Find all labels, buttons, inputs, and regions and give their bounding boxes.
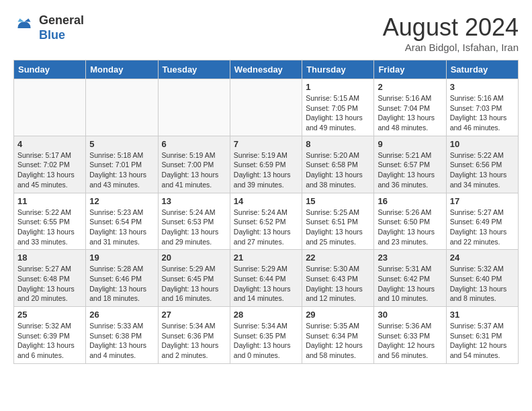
day-info: Sunrise: 5:33 AMSunset: 6:38 PMDaylight:…	[89, 321, 154, 361]
calendar-cell: 12Sunrise: 5:23 AMSunset: 6:54 PMDayligh…	[86, 193, 158, 250]
logo-general-text: General	[39, 13, 84, 28]
week-row-1: 1Sunrise: 5:15 AMSunset: 7:05 PMDaylight…	[14, 79, 519, 136]
day-number: 19	[89, 253, 154, 263]
week-row-4: 18Sunrise: 5:27 AMSunset: 6:48 PMDayligh…	[14, 250, 519, 307]
weekday-header-friday: Friday	[374, 60, 446, 79]
day-info: Sunrise: 5:22 AMSunset: 6:56 PMDaylight:…	[450, 150, 515, 190]
day-info: Sunrise: 5:24 AMSunset: 6:52 PMDaylight:…	[234, 208, 298, 247]
calendar-cell: 22Sunrise: 5:30 AMSunset: 6:43 PMDayligh…	[302, 250, 374, 307]
day-number: 4	[17, 139, 82, 149]
day-number: 9	[378, 139, 442, 149]
day-number: 1	[306, 82, 370, 92]
calendar-cell: 16Sunrise: 5:26 AMSunset: 6:50 PMDayligh…	[374, 193, 446, 250]
day-number: 7	[234, 139, 298, 149]
week-row-5: 25Sunrise: 5:32 AMSunset: 6:39 PMDayligh…	[14, 307, 519, 364]
day-info: Sunrise: 5:16 AMSunset: 7:03 PMDaylight:…	[450, 93, 515, 133]
calendar-cell: 8Sunrise: 5:20 AMSunset: 6:58 PMDaylight…	[302, 136, 374, 193]
day-info: Sunrise: 5:21 AMSunset: 6:57 PMDaylight:…	[378, 150, 442, 190]
calendar-cell: 24Sunrise: 5:32 AMSunset: 6:40 PMDayligh…	[446, 250, 518, 307]
day-info: Sunrise: 5:34 AMSunset: 6:36 PMDaylight:…	[162, 321, 226, 361]
day-number: 5	[89, 139, 154, 149]
calendar-cell: 20Sunrise: 5:29 AMSunset: 6:45 PMDayligh…	[158, 250, 230, 307]
logo-icon	[13, 17, 35, 39]
calendar-cell	[158, 79, 230, 136]
weekday-header-tuesday: Tuesday	[158, 60, 230, 79]
weekday-header-row: SundayMondayTuesdayWednesdayThursdayFrid…	[14, 60, 519, 79]
day-info: Sunrise: 5:25 AMSunset: 6:51 PMDaylight:…	[306, 208, 370, 247]
day-number: 26	[89, 310, 154, 320]
day-number: 24	[450, 253, 515, 263]
day-number: 14	[234, 196, 298, 206]
day-number: 30	[378, 310, 442, 320]
calendar-cell: 30Sunrise: 5:36 AMSunset: 6:33 PMDayligh…	[374, 307, 446, 364]
calendar-cell: 27Sunrise: 5:34 AMSunset: 6:36 PMDayligh…	[158, 307, 230, 364]
day-info: Sunrise: 5:19 AMSunset: 6:59 PMDaylight:…	[234, 150, 298, 190]
calendar-cell: 17Sunrise: 5:27 AMSunset: 6:49 PMDayligh…	[446, 193, 518, 250]
calendar-cell: 1Sunrise: 5:15 AMSunset: 7:05 PMDaylight…	[302, 79, 374, 136]
calendar-cell: 26Sunrise: 5:33 AMSunset: 6:38 PMDayligh…	[86, 307, 158, 364]
day-number: 12	[89, 196, 154, 206]
week-row-3: 11Sunrise: 5:22 AMSunset: 6:55 PMDayligh…	[14, 193, 519, 250]
day-info: Sunrise: 5:30 AMSunset: 6:43 PMDaylight:…	[306, 264, 370, 304]
logo: General Blue	[13, 13, 84, 42]
day-info: Sunrise: 5:27 AMSunset: 6:48 PMDaylight:…	[17, 264, 82, 304]
calendar-cell: 5Sunrise: 5:18 AMSunset: 7:01 PMDaylight…	[86, 136, 158, 193]
day-info: Sunrise: 5:19 AMSunset: 7:00 PMDaylight:…	[162, 150, 226, 190]
month-title: August 2024	[383, 13, 519, 42]
day-info: Sunrise: 5:22 AMSunset: 6:55 PMDaylight:…	[17, 208, 82, 247]
day-number: 23	[378, 253, 442, 263]
calendar-cell	[230, 79, 302, 136]
calendar-table: SundayMondayTuesdayWednesdayThursdayFrid…	[13, 60, 519, 364]
calendar-cell: 18Sunrise: 5:27 AMSunset: 6:48 PMDayligh…	[14, 250, 86, 307]
calendar-cell	[14, 79, 86, 136]
day-info: Sunrise: 5:32 AMSunset: 6:40 PMDaylight:…	[450, 264, 515, 304]
day-number: 21	[234, 253, 298, 263]
calendar-cell: 10Sunrise: 5:22 AMSunset: 6:56 PMDayligh…	[446, 136, 518, 193]
calendar-cell: 9Sunrise: 5:21 AMSunset: 6:57 PMDaylight…	[374, 136, 446, 193]
calendar-cell: 14Sunrise: 5:24 AMSunset: 6:52 PMDayligh…	[230, 193, 302, 250]
day-info: Sunrise: 5:29 AMSunset: 6:45 PMDaylight:…	[162, 264, 226, 304]
day-info: Sunrise: 5:23 AMSunset: 6:54 PMDaylight:…	[89, 208, 154, 247]
day-info: Sunrise: 5:35 AMSunset: 6:34 PMDaylight:…	[306, 321, 370, 361]
day-info: Sunrise: 5:17 AMSunset: 7:02 PMDaylight:…	[17, 150, 82, 190]
day-info: Sunrise: 5:29 AMSunset: 6:44 PMDaylight:…	[234, 264, 298, 304]
day-number: 13	[162, 196, 226, 206]
weekday-header-thursday: Thursday	[302, 60, 374, 79]
day-number: 16	[378, 196, 442, 206]
calendar-cell: 6Sunrise: 5:19 AMSunset: 7:00 PMDaylight…	[158, 136, 230, 193]
day-number: 22	[306, 253, 370, 263]
day-info: Sunrise: 5:27 AMSunset: 6:49 PMDaylight:…	[450, 208, 515, 247]
calendar-cell: 13Sunrise: 5:24 AMSunset: 6:53 PMDayligh…	[158, 193, 230, 250]
weekday-header-wednesday: Wednesday	[230, 60, 302, 79]
calendar-cell: 2Sunrise: 5:16 AMSunset: 7:04 PMDaylight…	[374, 79, 446, 136]
location-text: Aran Bidgol, Isfahan, Iran	[383, 42, 519, 53]
day-number: 27	[162, 310, 226, 320]
calendar-cell: 23Sunrise: 5:31 AMSunset: 6:42 PMDayligh…	[374, 250, 446, 307]
calendar-cell: 25Sunrise: 5:32 AMSunset: 6:39 PMDayligh…	[14, 307, 86, 364]
day-info: Sunrise: 5:18 AMSunset: 7:01 PMDaylight:…	[89, 150, 154, 190]
weekday-header-monday: Monday	[86, 60, 158, 79]
page-header: General Blue August 2024 Aran Bidgol, Is…	[13, 13, 519, 53]
day-number: 2	[378, 82, 442, 92]
day-info: Sunrise: 5:15 AMSunset: 7:05 PMDaylight:…	[306, 93, 370, 133]
day-info: Sunrise: 5:32 AMSunset: 6:39 PMDaylight:…	[17, 321, 82, 361]
logo-text: General Blue	[39, 13, 84, 42]
day-info: Sunrise: 5:16 AMSunset: 7:04 PMDaylight:…	[378, 93, 442, 133]
calendar-cell: 11Sunrise: 5:22 AMSunset: 6:55 PMDayligh…	[14, 193, 86, 250]
day-number: 20	[162, 253, 226, 263]
day-number: 6	[162, 139, 226, 149]
calendar-cell: 15Sunrise: 5:25 AMSunset: 6:51 PMDayligh…	[302, 193, 374, 250]
day-number: 15	[306, 196, 370, 206]
calendar-cell: 21Sunrise: 5:29 AMSunset: 6:44 PMDayligh…	[230, 250, 302, 307]
day-info: Sunrise: 5:24 AMSunset: 6:53 PMDaylight:…	[162, 208, 226, 247]
day-info: Sunrise: 5:34 AMSunset: 6:35 PMDaylight:…	[234, 321, 298, 361]
day-number: 25	[17, 310, 82, 320]
weekday-header-saturday: Saturday	[446, 60, 518, 79]
day-number: 18	[17, 253, 82, 263]
calendar-cell: 28Sunrise: 5:34 AMSunset: 6:35 PMDayligh…	[230, 307, 302, 364]
calendar-cell: 7Sunrise: 5:19 AMSunset: 6:59 PMDaylight…	[230, 136, 302, 193]
day-info: Sunrise: 5:37 AMSunset: 6:31 PMDaylight:…	[450, 321, 515, 361]
day-number: 3	[450, 82, 515, 92]
day-number: 10	[450, 139, 515, 149]
calendar-cell: 29Sunrise: 5:35 AMSunset: 6:34 PMDayligh…	[302, 307, 374, 364]
